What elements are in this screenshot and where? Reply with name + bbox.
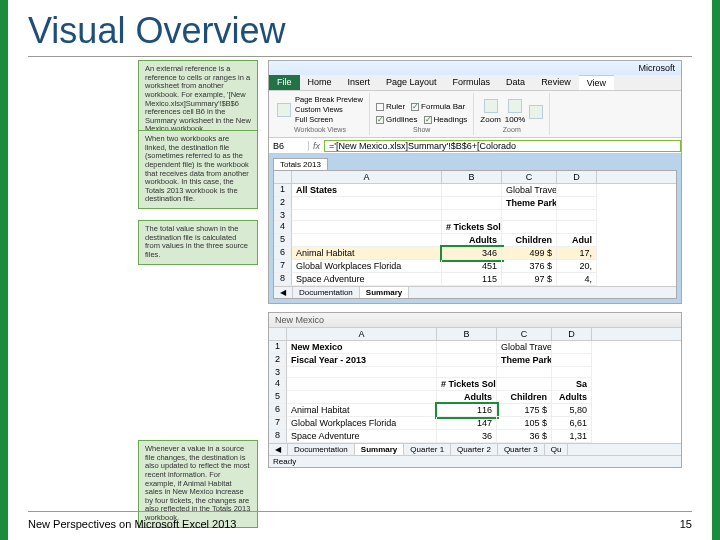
cell[interactable]: Theme Park Ticket Sale: [502, 197, 557, 210]
cell[interactable]: 451: [442, 260, 502, 273]
cell[interactable]: [292, 210, 442, 221]
zoom-icon[interactable]: [484, 99, 498, 113]
sheet-tab-nav[interactable]: ◀: [274, 287, 293, 298]
cell[interactable]: All States: [292, 184, 442, 197]
cell[interactable]: Adults: [437, 391, 497, 404]
col-header-d[interactable]: D: [552, 328, 592, 340]
cell[interactable]: [437, 341, 497, 354]
cell-selected[interactable]: 346: [442, 247, 502, 260]
cell[interactable]: Animal Habitat: [287, 404, 437, 417]
row-header[interactable]: 1: [274, 184, 292, 197]
sheet-tab-summary[interactable]: Summary: [355, 444, 404, 455]
sheet-tab-q2[interactable]: Quarter 2: [451, 444, 498, 455]
cell[interactable]: 20,: [557, 260, 597, 273]
row-header[interactable]: 2: [274, 197, 292, 210]
cell[interactable]: [292, 234, 442, 247]
gridlines-checkbox[interactable]: [376, 116, 384, 124]
row-header[interactable]: 5: [269, 391, 287, 404]
cell[interactable]: [287, 378, 437, 391]
cell[interactable]: [442, 184, 502, 197]
cell[interactable]: [557, 184, 597, 197]
cell[interactable]: 115: [442, 273, 502, 286]
cell[interactable]: [287, 367, 437, 378]
cell[interactable]: Children: [497, 391, 552, 404]
cell[interactable]: 499 $: [502, 247, 557, 260]
cell[interactable]: 5,80: [552, 404, 592, 417]
sheet-tab-documentation[interactable]: Documentation: [288, 444, 355, 455]
cell[interactable]: Adults: [442, 234, 502, 247]
headings-checkbox[interactable]: [424, 116, 432, 124]
col-header-a[interactable]: A: [292, 171, 442, 183]
col-header-a[interactable]: A: [287, 328, 437, 340]
select-all[interactable]: [269, 328, 287, 340]
cell[interactable]: Global Workplaces Florida: [292, 260, 442, 273]
cell[interactable]: Fiscal Year - 2013: [287, 354, 437, 367]
row-header[interactable]: 3: [274, 210, 292, 221]
row-header[interactable]: 5: [274, 234, 292, 247]
cell[interactable]: [557, 210, 597, 221]
cell[interactable]: Theme Park Ticket Sales-: [497, 354, 552, 367]
cell[interactable]: 4,: [557, 273, 597, 286]
cell[interactable]: Children: [502, 234, 557, 247]
zoom-selection-icon[interactable]: [529, 105, 543, 119]
cell[interactable]: New Mexico: [287, 341, 437, 354]
cell[interactable]: [502, 221, 557, 234]
row-header[interactable]: 6: [274, 247, 292, 260]
cell[interactable]: [292, 221, 442, 234]
cell[interactable]: Global Travel: [502, 184, 557, 197]
cell[interactable]: [292, 197, 442, 210]
col-header-b[interactable]: B: [437, 328, 497, 340]
cell[interactable]: Global Travel: [497, 341, 552, 354]
sheet-tab-q3[interactable]: Quarter 3: [498, 444, 545, 455]
cell[interactable]: 376 $: [502, 260, 557, 273]
sheet-tab-summary[interactable]: Summary: [360, 287, 409, 298]
workbook-tab-totals[interactable]: Totals 2013: [273, 158, 328, 170]
normal-view-icon[interactable]: [277, 103, 291, 117]
cell[interactable]: [437, 354, 497, 367]
sheet-tab-q1[interactable]: Quarter 1: [404, 444, 451, 455]
row-header[interactable]: 8: [274, 273, 292, 286]
col-header-d[interactable]: D: [557, 171, 597, 183]
cell[interactable]: 175 $: [497, 404, 552, 417]
row-header[interactable]: 7: [269, 417, 287, 430]
cell[interactable]: [557, 197, 597, 210]
tab-view[interactable]: View: [579, 75, 614, 90]
cell[interactable]: Adults: [552, 391, 592, 404]
cell[interactable]: [287, 391, 437, 404]
page-break-preview-button[interactable]: Page Break Preview: [295, 95, 363, 104]
cell[interactable]: Global Workplaces Florida: [287, 417, 437, 430]
cell[interactable]: [442, 210, 502, 221]
full-screen-button[interactable]: Full Screen: [295, 115, 363, 124]
cell[interactable]: # Tickets Sold: [437, 378, 497, 391]
zoom-100-icon[interactable]: [508, 99, 522, 113]
cell[interactable]: 36: [437, 430, 497, 443]
tab-formulas[interactable]: Formulas: [445, 75, 499, 90]
cell[interactable]: 1,31: [552, 430, 592, 443]
col-header-b[interactable]: B: [442, 171, 502, 183]
sheet-tab-documentation[interactable]: Documentation: [293, 287, 360, 298]
cell[interactable]: Sa: [552, 378, 592, 391]
cell[interactable]: [552, 354, 592, 367]
row-header[interactable]: 4: [274, 221, 292, 234]
row-header[interactable]: 4: [269, 378, 287, 391]
tab-data[interactable]: Data: [498, 75, 533, 90]
name-box[interactable]: B6: [269, 141, 309, 151]
fx-icon[interactable]: fx: [309, 141, 324, 151]
formula-bar-checkbox[interactable]: [411, 103, 419, 111]
tab-review[interactable]: Review: [533, 75, 579, 90]
cell[interactable]: 6,61: [552, 417, 592, 430]
cell[interactable]: Space Adventure: [287, 430, 437, 443]
cell[interactable]: [497, 367, 552, 378]
cell[interactable]: 17,: [557, 247, 597, 260]
cell[interactable]: Animal Habitat: [292, 247, 442, 260]
cell[interactable]: [557, 221, 597, 234]
row-header[interactable]: 7: [274, 260, 292, 273]
cell[interactable]: 97 $: [502, 273, 557, 286]
row-header[interactable]: 3: [269, 367, 287, 378]
row-header[interactable]: 1: [269, 341, 287, 354]
tab-insert[interactable]: Insert: [340, 75, 379, 90]
cell[interactable]: [437, 367, 497, 378]
tab-file[interactable]: File: [269, 75, 300, 90]
cell[interactable]: Space Adventure: [292, 273, 442, 286]
custom-views-button[interactable]: Custom Views: [295, 105, 363, 114]
